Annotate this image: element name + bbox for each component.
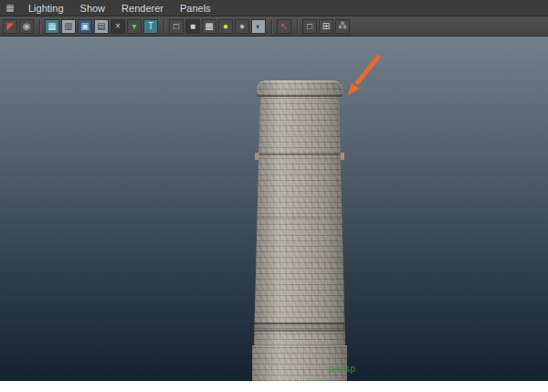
panel-menu-bar: ▦ Lighting Show Renderer Panels <box>0 0 548 16</box>
safe-title-icon[interactable]: T <box>143 19 158 34</box>
select-tool-icon[interactable]: ◤ <box>3 19 17 34</box>
menu-renderer[interactable]: Renderer <box>113 0 172 16</box>
two-d-pan-zoom-icon[interactable]: ▤ <box>94 19 109 34</box>
xray-cube-icon[interactable]: □ <box>302 19 317 34</box>
lighting-sphere-icon[interactable]: ● <box>218 19 233 34</box>
isolate-select-pointer-icon[interactable]: ↖ <box>277 19 291 34</box>
camera-name-label: persp <box>329 364 356 374</box>
panel-grid-icon[interactable]: ▦ <box>4 2 16 14</box>
toolbar-separator <box>271 19 273 34</box>
tower-band-upper <box>254 154 345 155</box>
camera-attributes-icon[interactable]: ▦ <box>45 19 59 34</box>
shaded-cube-icon[interactable]: ■ <box>185 19 200 34</box>
image-plane-icon[interactable]: ▣ <box>78 19 92 34</box>
xray-joints-cube-icon[interactable]: ⊞ <box>319 19 333 34</box>
paint-select-icon[interactable]: ◉ <box>19 19 34 34</box>
shadows-sphere-icon[interactable]: ● <box>235 19 249 34</box>
textured-cube-icon[interactable]: ▩ <box>202 19 216 34</box>
bookmark-icon[interactable]: ▥ <box>61 19 76 34</box>
screen-space-ao-icon[interactable]: ◐ <box>251 19 266 34</box>
gate-mask-icon[interactable]: × <box>111 19 125 34</box>
tower-cap <box>257 80 342 97</box>
tower-model[interactable] <box>254 80 345 381</box>
wireframe-cube-icon[interactable]: □ <box>169 19 184 34</box>
viewport-toolbar: ◤ ◉ ▦ ▥ ▣ ▤ × ▾ T □ ■ ▩ ● ● ◐ ↖ □ ⊞ ⁂ <box>0 16 548 37</box>
menu-panels[interactable]: Panels <box>172 0 219 16</box>
maya-viewport-panel: ▦ Lighting Show Renderer Panels ◤ ◉ ▦ ▥ … <box>0 0 548 392</box>
menu-show[interactable]: Show <box>72 0 114 16</box>
tower-ring-line-1 <box>254 323 345 324</box>
toolbar-separator <box>163 19 165 34</box>
viewport-canvas[interactable]: persp <box>0 37 548 381</box>
annotation-arrow-icon <box>340 49 390 104</box>
page-margin <box>0 381 548 392</box>
tower-band-middle <box>254 217 345 217</box>
toolbar-separator <box>297 19 299 34</box>
menu-lighting[interactable]: Lighting <box>20 0 72 16</box>
tower-ring-line-2 <box>254 330 345 332</box>
tower-body <box>254 97 345 345</box>
exposure-contrast-icon[interactable]: ⁂ <box>335 19 350 34</box>
toolbar-separator <box>39 19 41 34</box>
field-chart-icon[interactable]: ▾ <box>127 19 142 34</box>
